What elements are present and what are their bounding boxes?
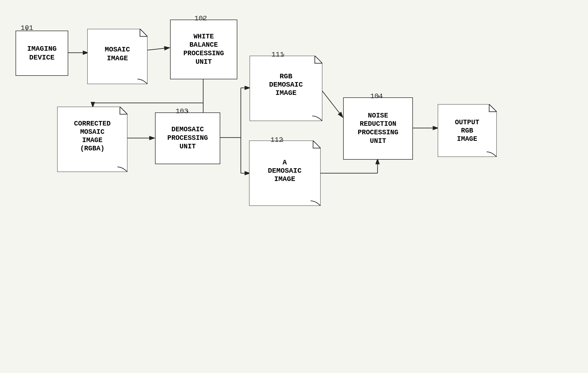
svg-text:IMAGE: IMAGE <box>107 54 128 62</box>
label-111: 111 <box>271 51 284 58</box>
svg-text:DEMOSAIC: DEMOSAIC <box>269 81 303 89</box>
label-104: 104 <box>370 92 383 100</box>
svg-text:DEMOSAIC: DEMOSAIC <box>268 167 302 175</box>
svg-line-2 <box>147 48 170 50</box>
white-balance-label: WHITE BALANCE PROCESSING UNIT <box>183 33 224 67</box>
noise-reduction-label: NOISE REDUCTION PROCESSING UNIT <box>358 112 398 146</box>
demosaic-unit-box: DEMOSAIC PROCESSING UNIT <box>155 112 220 164</box>
svg-text:IMAGE: IMAGE <box>82 137 102 144</box>
imaging-device-box: IMAGING DEVICE <box>16 31 68 76</box>
mosaic-image-doc: MOSAIC IMAGE <box>87 29 148 84</box>
rgb-demosaic-doc: RGB DEMOSAIC IMAGE <box>250 56 322 121</box>
svg-text:MOSAIC: MOSAIC <box>80 128 104 136</box>
white-balance-box: WHITE BALANCE PROCESSING UNIT <box>170 20 237 79</box>
corrected-mosaic-doc: CORRECTED MOSAIC IMAGE (RGBA) <box>57 107 127 172</box>
svg-text:(RGBA): (RGBA) <box>80 145 104 152</box>
noise-reduction-box: NOISE REDUCTION PROCESSING UNIT <box>343 97 413 160</box>
output-rgb-doc: OUTPUT RGB IMAGE <box>438 104 497 157</box>
svg-text:CORRECTED: CORRECTED <box>74 120 111 128</box>
svg-text:MOSAIC: MOSAIC <box>105 46 130 53</box>
svg-text:OUTPUT: OUTPUT <box>455 119 479 126</box>
a-demosaic-doc: A DEMOSAIC IMAGE <box>249 141 321 206</box>
demosaic-unit-label: DEMOSAIC PROCESSING UNIT <box>167 126 208 151</box>
svg-text:RGB: RGB <box>280 73 292 80</box>
diagram-container: IMAGING DEVICE 101 MOSAIC IMAGE WHITE BA… <box>0 0 588 373</box>
label-102: 102 <box>194 15 207 22</box>
svg-line-13 <box>320 88 343 117</box>
svg-text:RGB: RGB <box>461 127 473 135</box>
imaging-device-label: IMAGING DEVICE <box>27 44 57 62</box>
svg-text:IMAGE: IMAGE <box>274 175 295 183</box>
label-103: 103 <box>176 107 188 115</box>
label-112: 112 <box>270 136 283 144</box>
svg-text:IMAGE: IMAGE <box>457 135 477 143</box>
svg-text:A: A <box>283 159 287 166</box>
svg-text:IMAGE: IMAGE <box>275 89 297 97</box>
